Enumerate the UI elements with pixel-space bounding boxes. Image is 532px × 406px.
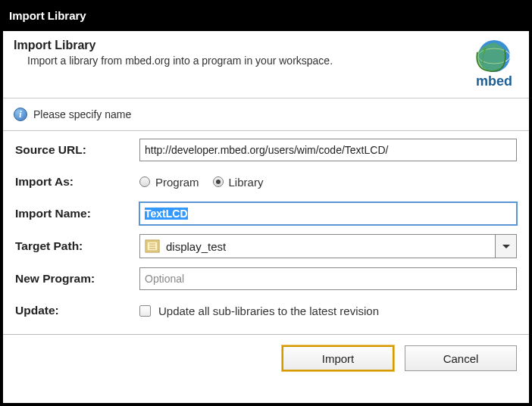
dialog-header: Import Library Import a library from mbe… <box>3 31 529 98</box>
row-new-program: New Program: <box>15 267 517 290</box>
row-import-name: Import Name: TextLCD <box>15 202 517 225</box>
chevron-down-icon <box>502 245 510 248</box>
dialog-window: Import Library Import Library Import a l… <box>3 3 529 403</box>
info-bar: i Please specify name <box>3 98 529 130</box>
dialog-content: Import Library Import a library from mbe… <box>3 31 529 403</box>
label-new-program: New Program: <box>15 272 139 286</box>
target-path-value: display_test <box>166 240 226 253</box>
radio-label-library: Library <box>229 176 264 189</box>
import-name-input[interactable]: TextLCD <box>139 202 517 225</box>
target-path-dropdown[interactable]: display_test <box>139 234 517 258</box>
label-update: Update: <box>15 304 139 317</box>
label-target-path: Target Path: <box>15 239 139 253</box>
radio-icon <box>213 176 224 187</box>
mbed-logo: mbed <box>470 39 518 89</box>
cancel-button[interactable]: Cancel <box>405 345 517 371</box>
label-import-name: Import Name: <box>15 207 139 220</box>
row-update: Update: Update all sub-libraries to the … <box>15 299 517 322</box>
label-import-as: Import As: <box>15 175 139 189</box>
header-title: Import Library <box>14 39 461 52</box>
header-text: Import Library Import a library from mbe… <box>14 39 461 69</box>
new-program-input[interactable] <box>139 267 517 290</box>
dropdown-body: display_test <box>140 235 495 258</box>
row-import-as: Import As: Program Library <box>15 170 517 193</box>
svg-text:mbed: mbed <box>476 73 512 89</box>
info-icon: i <box>14 108 27 121</box>
radio-icon <box>139 176 150 187</box>
radio-program[interactable]: Program <box>139 176 199 189</box>
row-target-path: Target Path: display_test <box>15 234 517 258</box>
folder-icon <box>145 239 160 253</box>
info-message: Please specify name <box>33 108 131 120</box>
update-checkbox[interactable] <box>139 305 151 317</box>
update-checkbox-label: Update all sub-libraries to the latest r… <box>158 304 379 317</box>
radio-library[interactable]: Library <box>213 176 264 189</box>
form: Source URL: Import As: Program Library <box>3 131 529 334</box>
titlebar[interactable]: Import Library <box>3 3 529 31</box>
header-description: Import a library from mbed.org into a pr… <box>14 54 347 69</box>
dialog-footer: Import Cancel <box>3 334 529 382</box>
import-button[interactable]: Import <box>282 345 394 371</box>
dropdown-toggle[interactable] <box>495 235 516 258</box>
source-url-input[interactable] <box>139 139 517 161</box>
row-source-url: Source URL: <box>15 139 517 161</box>
radio-label-program: Program <box>155 176 199 189</box>
selected-text: TextLCD <box>145 208 188 220</box>
label-source-url: Source URL: <box>15 143 139 157</box>
